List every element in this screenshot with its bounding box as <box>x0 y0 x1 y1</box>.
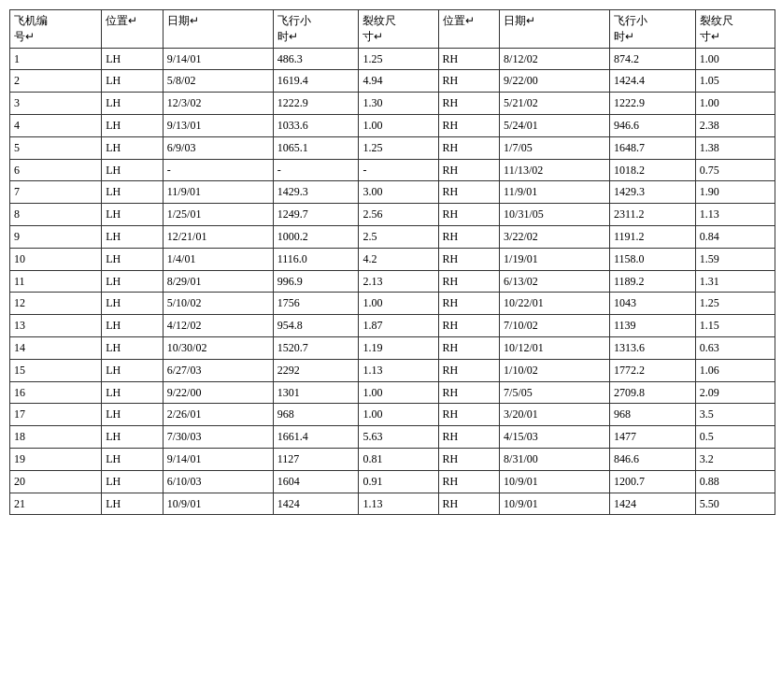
cell-pos1: LH <box>102 114 164 136</box>
main-container: 飞机编号↵ 位置↵ 日期↵ 飞行小时↵ 裂纹尺寸↵ 位置↵ 日期↵ 飞行小时↵ … <box>9 9 775 515</box>
cell-aircraft: 1 <box>10 48 102 70</box>
cell-pos2: RH <box>438 248 500 270</box>
cell-hours1: 1033.6 <box>273 114 359 136</box>
table-row: 1LH9/14/01486.31.25RH8/12/02874.21.00 <box>10 48 775 70</box>
cell-hours1: - <box>273 159 359 181</box>
cell-crack2: 1.38 <box>695 136 775 159</box>
cell-pos2: RH <box>438 181 500 204</box>
table-row: 5LH6/9/031065.11.25RH1/7/051648.71.38 <box>10 136 775 159</box>
cell-date2: 7/5/05 <box>500 381 610 404</box>
cell-crack1: 1.00 <box>359 114 438 136</box>
cell-crack2: 1.00 <box>695 48 775 70</box>
cell-crack2: 0.84 <box>695 225 775 248</box>
cell-crack2: 2.09 <box>695 381 775 404</box>
cell-date2: 10/12/01 <box>500 336 610 359</box>
cell-hours1: 1619.4 <box>273 70 359 93</box>
cell-pos2: RH <box>438 426 500 449</box>
cell-date1: 9/13/01 <box>163 114 273 136</box>
cell-crack1: 3.00 <box>359 181 438 204</box>
header-pos1: 位置↵ <box>102 10 164 49</box>
cell-pos2: RH <box>438 293 500 315</box>
cell-crack1: 1.13 <box>359 493 438 515</box>
cell-hours2: 1200.7 <box>610 470 696 493</box>
cell-hours1: 1127 <box>273 448 359 470</box>
cell-pos1: LH <box>102 204 164 226</box>
table-row: 15LH6/27/0322921.13RH1/10/021772.21.06 <box>10 359 775 381</box>
cell-hours1: 486.3 <box>273 48 359 70</box>
table-row: 10LH1/4/011116.04.2RH1/19/011158.01.59 <box>10 248 775 270</box>
cell-date1: 11/9/01 <box>163 181 273 204</box>
cell-aircraft: 6 <box>10 159 102 181</box>
table-row: 3LH12/3/021222.91.30RH5/21/021222.91.00 <box>10 93 775 115</box>
cell-pos1: LH <box>102 93 164 115</box>
cell-pos2: RH <box>438 136 500 159</box>
cell-pos1: LH <box>102 470 164 493</box>
cell-pos1: LH <box>102 359 164 381</box>
table-row: 12LH5/10/0217561.00RH10/22/0110431.25 <box>10 293 775 315</box>
cell-pos1: LH <box>102 293 164 315</box>
cell-aircraft: 9 <box>10 225 102 248</box>
cell-date2: 11/13/02 <box>500 159 610 181</box>
cell-date1: - <box>163 159 273 181</box>
cell-date2: 7/10/02 <box>500 315 610 337</box>
cell-date1: 9/22/00 <box>163 381 273 404</box>
cell-pos1: LH <box>102 493 164 515</box>
cell-hours2: 1313.6 <box>610 336 696 359</box>
cell-hours2: 1772.2 <box>610 359 696 381</box>
cell-crack1: 1.25 <box>359 48 438 70</box>
table-row: 19LH9/14/0111270.81RH8/31/00846.63.2 <box>10 448 775 470</box>
cell-crack1: 1.00 <box>359 381 438 404</box>
cell-pos1: LH <box>102 136 164 159</box>
cell-hours2: 1139 <box>610 315 696 337</box>
cell-date2: 5/24/01 <box>500 114 610 136</box>
cell-aircraft: 14 <box>10 336 102 359</box>
cell-crack2: 1.59 <box>695 248 775 270</box>
cell-crack1: 5.63 <box>359 426 438 449</box>
cell-date2: 10/9/01 <box>500 470 610 493</box>
table-row: 21LH10/9/0114241.13RH10/9/0114245.50 <box>10 493 775 515</box>
cell-date1: 8/29/01 <box>163 270 273 293</box>
cell-aircraft: 19 <box>10 448 102 470</box>
cell-pos1: LH <box>102 336 164 359</box>
header-hours1: 飞行小时↵ <box>273 10 359 49</box>
cell-hours1: 1756 <box>273 293 359 315</box>
cell-pos2: RH <box>438 159 500 181</box>
cell-hours1: 1301 <box>273 381 359 404</box>
cell-crack1: - <box>359 159 438 181</box>
cell-hours2: 1477 <box>610 426 696 449</box>
cell-hours1: 1116.0 <box>273 248 359 270</box>
cell-pos2: RH <box>438 114 500 136</box>
table-row: 18LH7/30/031661.45.63RH4/15/0314770.5 <box>10 426 775 449</box>
cell-pos1: LH <box>102 315 164 337</box>
cell-hours2: 1191.2 <box>610 225 696 248</box>
cell-date1: 12/3/02 <box>163 93 273 115</box>
cell-date1: 9/14/01 <box>163 448 273 470</box>
cell-hours1: 1222.9 <box>273 93 359 115</box>
cell-date2: 1/19/01 <box>500 248 610 270</box>
cell-crack1: 2.13 <box>359 270 438 293</box>
cell-aircraft: 20 <box>10 470 102 493</box>
cell-aircraft: 10 <box>10 248 102 270</box>
cell-hours2: 1018.2 <box>610 159 696 181</box>
cell-date2: 10/9/01 <box>500 493 610 515</box>
cell-date2: 3/20/01 <box>500 404 610 426</box>
cell-hours2: 968 <box>610 404 696 426</box>
header-pos2: 位置↵ <box>438 10 500 49</box>
cell-pos2: RH <box>438 204 500 226</box>
cell-crack2: 1.05 <box>695 70 775 93</box>
cell-pos2: RH <box>438 336 500 359</box>
cell-crack2: 0.5 <box>695 426 775 449</box>
cell-date2: 1/10/02 <box>500 359 610 381</box>
cell-aircraft: 18 <box>10 426 102 449</box>
cell-crack2: 0.88 <box>695 470 775 493</box>
cell-date2: 8/12/02 <box>500 48 610 70</box>
cell-date1: 1/25/01 <box>163 204 273 226</box>
table-row: 6LH- - - RH11/13/021018.20.75 <box>10 159 775 181</box>
cell-crack1: 0.91 <box>359 470 438 493</box>
cell-hours1: 1520.7 <box>273 336 359 359</box>
cell-date1: 1/4/01 <box>163 248 273 270</box>
table-row: 11LH8/29/01996.92.13RH6/13/021189.21.31 <box>10 270 775 293</box>
cell-pos1: LH <box>102 181 164 204</box>
cell-hours2: 1043 <box>610 293 696 315</box>
header-crack1: 裂纹尺寸↵ <box>359 10 438 49</box>
